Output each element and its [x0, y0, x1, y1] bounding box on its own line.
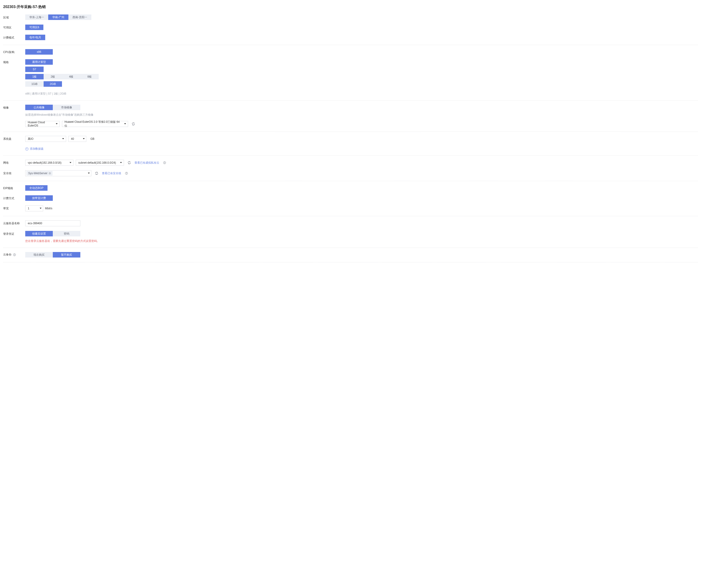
- sg-label: 安全组: [3, 170, 25, 175]
- image-tab-market[interactable]: 市场镜像: [53, 105, 80, 110]
- spec-mem-2g[interactable]: 2GiB: [44, 81, 62, 87]
- refresh-icon[interactable]: [132, 122, 135, 125]
- close-icon[interactable]: [48, 172, 51, 175]
- bandwidth-select[interactable]: 1: [25, 206, 43, 211]
- caret-down-icon: [40, 208, 41, 209]
- disk-type-value: 高IO: [28, 137, 33, 141]
- spec-core-4[interactable]: 4核: [62, 74, 80, 79]
- eip-label: EIP规格: [3, 185, 25, 190]
- refresh-icon[interactable]: [95, 172, 98, 175]
- image-os-value: Huawei Cloud EulerOS: [28, 121, 54, 127]
- spec-label: 规格: [3, 59, 25, 64]
- caret-down-icon: [88, 173, 90, 174]
- server-name-label: 云服务器名称: [3, 220, 25, 225]
- spec-mem-1g[interactable]: 1GiB: [25, 81, 44, 87]
- image-hint: 如需选择Windows镜像请点击"市场镜像"选购第三方镜像: [25, 113, 93, 117]
- help-icon[interactable]: [125, 172, 128, 175]
- region-option-east[interactable]: 华东-上海一: [25, 14, 48, 20]
- server-name-input[interactable]: [25, 220, 80, 226]
- add-data-disk-text: 添加数据盘: [30, 147, 44, 151]
- caret-down-icon: [69, 162, 71, 164]
- network-label: 网络: [3, 160, 25, 165]
- bandwidth-unit: Mbit/s: [45, 207, 52, 210]
- add-data-disk-link[interactable]: + 添加数据盘: [25, 147, 44, 151]
- backup-label: 云备份: [3, 253, 11, 257]
- billing-option-prepaid[interactable]: 包年/包月: [25, 35, 45, 40]
- disk-type-select[interactable]: 高IO: [25, 136, 66, 142]
- region-label: 区域: [3, 14, 25, 19]
- spec-core-8[interactable]: 8核: [80, 74, 99, 79]
- spec-core-2[interactable]: 2核: [44, 74, 62, 79]
- image-version-value: Huawei Cloud EulerOS 2.0 等保2.0三级版 64位: [64, 120, 123, 128]
- vpc-value: vpc-default(192.168.0.0/16): [28, 161, 61, 164]
- caret-down-icon: [56, 123, 58, 124]
- caret-down-icon: [124, 123, 126, 124]
- image-os-select[interactable]: Huawei Cloud EulerOS: [25, 121, 60, 127]
- image-version-select[interactable]: Huawei Cloud EulerOS 2.0 等保2.0三级版 64位: [62, 121, 128, 127]
- backup-label-wrap: 云备份: [3, 252, 25, 257]
- subnet-select[interactable]: subnet-default(192.168.0.0/24): [76, 160, 124, 166]
- caret-down-icon: [120, 162, 122, 164]
- vpc-select[interactable]: vpc-default(192.168.0.0/16): [25, 160, 73, 166]
- disk-unit: GB: [90, 137, 94, 140]
- login-hint: 您在登录云服务器前，需要先通过重置密码的方式设置密码。: [25, 239, 99, 243]
- spec-core-1[interactable]: 1核: [25, 74, 44, 79]
- region-option-south[interactable]: 华南-广州: [48, 14, 68, 20]
- az-label: 可用区: [3, 25, 25, 30]
- spec-type-general[interactable]: 通用计算型: [25, 59, 53, 65]
- backup-buy-now[interactable]: 现在购买: [25, 252, 53, 258]
- cpu-arch-label: CPU架构: [3, 49, 25, 54]
- login-label: 登录凭证: [3, 231, 25, 236]
- security-group-select[interactable]: Sys-WebServer: [25, 170, 91, 176]
- spec-summary: x86 | 通用计算型 | S7 | 1核 | 2GiB: [25, 92, 66, 96]
- charge-bandwidth-option[interactable]: 按带宽计费: [25, 195, 53, 201]
- spec-series-s7[interactable]: S7: [25, 66, 44, 72]
- login-password[interactable]: 密码: [53, 231, 80, 236]
- cpu-arch-x86[interactable]: x86: [25, 49, 53, 55]
- backup-not-now[interactable]: 暂不购买: [53, 252, 80, 258]
- az-option-6[interactable]: 可用区6: [25, 25, 43, 30]
- sg-chip-text: Sys-WebServer: [28, 172, 47, 175]
- caret-down-icon: [83, 138, 85, 139]
- system-disk-label: 系统盘: [3, 136, 25, 141]
- page-title: 202303-开年采购-S7-热销: [3, 5, 698, 9]
- region-option-southwest[interactable]: 西南-贵阳一: [68, 14, 91, 20]
- help-icon[interactable]: [13, 253, 16, 256]
- bandwidth-value: 1: [28, 207, 29, 210]
- subnet-value: subnet-default(192.168.0.0/24): [78, 161, 116, 164]
- eip-bgp-option[interactable]: 全动态BGP: [25, 185, 47, 191]
- image-tab-public[interactable]: 公共镜像: [25, 105, 53, 110]
- help-icon[interactable]: [163, 161, 166, 164]
- disk-size-select[interactable]: 40: [68, 136, 86, 142]
- plus-icon: +: [25, 148, 28, 151]
- image-label: 镜像: [3, 105, 25, 110]
- view-sg-link[interactable]: 查看已有安全组: [102, 172, 121, 175]
- billing-label: 计费模式: [3, 35, 25, 40]
- refresh-icon[interactable]: [128, 161, 131, 164]
- view-vpc-link[interactable]: 查看已有虚拟私有云: [135, 161, 159, 165]
- bandwidth-label: 带宽: [3, 206, 25, 211]
- svg-point-1: [165, 163, 165, 164]
- charge-mode-label: 计费方式: [3, 195, 25, 200]
- sg-chip: Sys-WebServer: [26, 171, 52, 176]
- login-after-create[interactable]: 创建后设置: [25, 231, 53, 236]
- caret-down-icon: [62, 138, 64, 139]
- disk-size-value: 40: [71, 137, 74, 140]
